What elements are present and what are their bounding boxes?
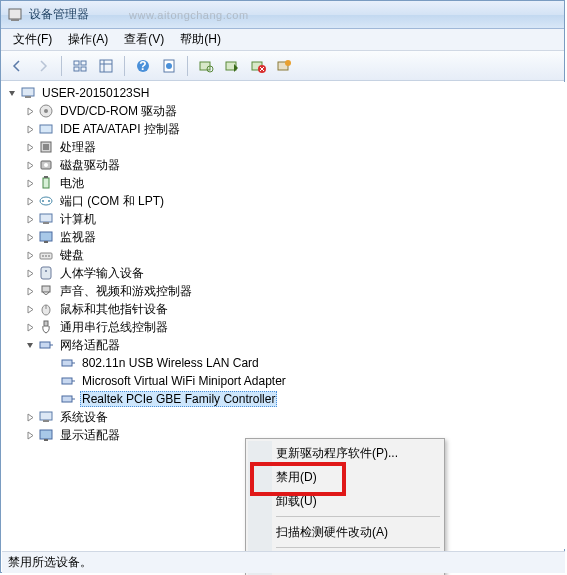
expand-icon[interactable]	[24, 105, 36, 117]
svg-rect-4	[74, 67, 79, 71]
svg-point-12	[166, 63, 172, 69]
tree-leaf-label: Microsoft Virtual WiFi Miniport Adapter	[80, 374, 288, 388]
menu-view[interactable]: 查看(V)	[116, 29, 172, 50]
tree-node[interactable]: 监视器	[2, 228, 565, 246]
cm-label: 更新驱动程序软件(P)...	[276, 445, 398, 462]
expand-icon[interactable]	[24, 123, 36, 135]
svg-rect-33	[46, 176, 48, 178]
url-watermark: www.aitongchang.com	[129, 9, 249, 21]
tree-leaf-label: Realtek PCIe GBE Family Controller	[80, 391, 277, 407]
menu-action[interactable]: 操作(A)	[60, 29, 116, 50]
expand-icon[interactable]	[24, 303, 36, 315]
tree-root-label: USER-20150123SH	[40, 86, 151, 100]
collapse-icon[interactable]	[24, 339, 36, 351]
status-bar: 禁用所选设备。	[2, 551, 565, 573]
tree-node-network[interactable]: 网络适配器	[2, 336, 565, 354]
svg-point-36	[48, 200, 50, 202]
expand-icon[interactable]	[24, 249, 36, 261]
scan-hardware-button[interactable]	[194, 54, 218, 78]
device-category-icon	[38, 121, 54, 137]
svg-rect-47	[42, 286, 50, 292]
tree-node-label: 通用串行总线控制器	[58, 319, 170, 336]
cm-uninstall[interactable]: 卸载(U)	[248, 489, 442, 513]
tree-node-label: 系统设备	[58, 409, 110, 426]
svg-rect-31	[43, 178, 49, 188]
tree-node-label: DVD/CD-ROM 驱动器	[58, 103, 179, 120]
expand-icon[interactable]	[24, 285, 36, 297]
expand-icon[interactable]	[24, 141, 36, 153]
collapse-icon[interactable]	[6, 87, 18, 99]
tree-node[interactable]: 电池	[2, 174, 565, 192]
disable-device-button[interactable]	[246, 54, 270, 78]
svg-rect-55	[62, 378, 72, 384]
forward-button[interactable]	[31, 54, 55, 78]
svg-rect-57	[62, 396, 72, 402]
tree-node[interactable]: 系统设备	[2, 408, 565, 426]
tree-leaf-selected[interactable]: Realtek PCIe GBE Family Controller	[2, 390, 565, 408]
svg-rect-0	[9, 9, 21, 19]
app-icon	[7, 7, 23, 23]
tree-node-label: 处理器	[58, 139, 98, 156]
status-text: 禁用所选设备。	[8, 554, 92, 571]
expand-icon[interactable]	[24, 267, 36, 279]
cm-scan[interactable]: 扫描检测硬件改动(A)	[248, 520, 442, 544]
tree-root[interactable]: USER-20150123SH	[2, 84, 565, 102]
expand-icon[interactable]	[24, 429, 36, 441]
cm-label: 卸载(U)	[276, 493, 317, 510]
svg-rect-1	[11, 19, 19, 21]
network-card-icon	[60, 373, 76, 389]
tree-node-label: 计算机	[58, 211, 98, 228]
cm-update-driver[interactable]: 更新驱动程序软件(P)...	[248, 441, 442, 465]
device-category-icon	[38, 175, 54, 191]
svg-rect-59	[40, 412, 52, 420]
expand-icon[interactable]	[24, 411, 36, 423]
cm-disable[interactable]: 禁用(D)	[248, 465, 442, 489]
update-driver-button[interactable]	[220, 54, 244, 78]
tree-node[interactable]: DVD/CD-ROM 驱动器	[2, 102, 565, 120]
tree-node[interactable]: 鼠标和其他指针设备	[2, 300, 565, 318]
tree-leaf[interactable]: Microsoft Virtual WiFi Miniport Adapter	[2, 372, 565, 390]
menu-bar: 文件(F) 操作(A) 查看(V) 帮助(H)	[1, 29, 564, 51]
tree-node[interactable]: 键盘	[2, 246, 565, 264]
menu-file[interactable]: 文件(F)	[5, 29, 60, 50]
expand-icon[interactable]	[24, 159, 36, 171]
svg-point-30	[44, 163, 48, 167]
svg-rect-61	[40, 430, 52, 439]
svg-rect-51	[40, 342, 50, 348]
tree-node[interactable]: 磁盘驱动器	[2, 156, 565, 174]
uninstall-button[interactable]	[272, 54, 296, 78]
tree-node-label: 显示适配器	[58, 427, 122, 444]
device-category-icon	[38, 211, 54, 227]
device-category-icon	[38, 193, 54, 209]
details-button[interactable]	[94, 54, 118, 78]
tree-node-label: 鼠标和其他指针设备	[58, 301, 170, 318]
expand-icon[interactable]	[24, 213, 36, 225]
tree-node[interactable]: 通用串行总线控制器	[2, 318, 565, 336]
tree-node[interactable]: IDE ATA/ATAPI 控制器	[2, 120, 565, 138]
tree-node[interactable]: 处理器	[2, 138, 565, 156]
tree-leaf[interactable]: 802.11n USB Wireless LAN Card	[2, 354, 565, 372]
back-button[interactable]	[5, 54, 29, 78]
svg-rect-43	[45, 255, 47, 257]
expand-icon[interactable]	[24, 231, 36, 243]
device-category-icon	[38, 283, 54, 299]
tree-node-label: 人体学输入设备	[58, 265, 146, 282]
view-mode-button[interactable]	[68, 54, 92, 78]
expand-icon[interactable]	[24, 321, 36, 333]
tree-node-label: 监视器	[58, 229, 98, 246]
expand-icon[interactable]	[24, 177, 36, 189]
svg-rect-62	[44, 439, 48, 441]
help-button[interactable]: ?	[131, 54, 155, 78]
tree-node[interactable]: 声音、视频和游戏控制器	[2, 282, 565, 300]
svg-point-46	[45, 270, 47, 272]
tree-node[interactable]: 端口 (COM 和 LPT)	[2, 192, 565, 210]
tree-node[interactable]: 人体学输入设备	[2, 264, 565, 282]
svg-point-34	[40, 197, 52, 205]
expand-icon[interactable]	[24, 195, 36, 207]
help2-button[interactable]	[157, 54, 181, 78]
device-category-icon	[38, 247, 54, 263]
svg-rect-45	[41, 267, 51, 279]
tree-node[interactable]: 计算机	[2, 210, 565, 228]
menu-help[interactable]: 帮助(H)	[172, 29, 229, 50]
device-category-icon	[38, 103, 54, 119]
